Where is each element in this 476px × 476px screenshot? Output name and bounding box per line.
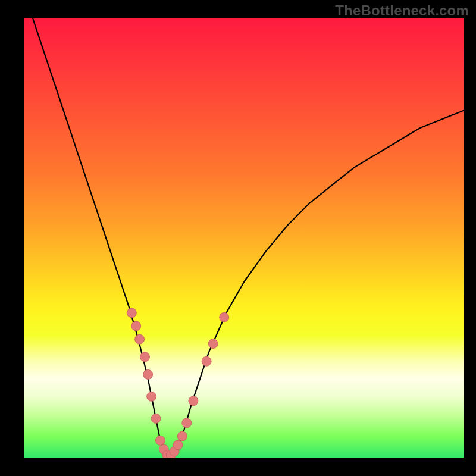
curve-marker xyxy=(173,440,183,450)
curve-marker xyxy=(177,431,187,441)
curve-marker xyxy=(189,396,198,406)
chart-frame: TheBottleneck.com xyxy=(0,0,476,476)
curve-marker xyxy=(147,392,156,401)
curve-marker xyxy=(155,436,165,445)
curve-marker xyxy=(182,418,192,428)
curve-layer xyxy=(24,18,464,458)
curve-marker xyxy=(208,339,218,349)
curve-marker xyxy=(131,321,141,331)
curve-marker xyxy=(143,369,153,379)
curve-marker xyxy=(220,312,229,322)
watermark-text: TheBottleneck.com xyxy=(335,2,469,19)
curve-marker xyxy=(140,352,150,362)
bottleneck-curve xyxy=(33,18,464,458)
curve-marker xyxy=(135,334,145,344)
curve-marker xyxy=(127,308,136,318)
curve-marker xyxy=(151,414,161,423)
curve-markers xyxy=(127,308,228,458)
curve-marker xyxy=(202,356,211,366)
